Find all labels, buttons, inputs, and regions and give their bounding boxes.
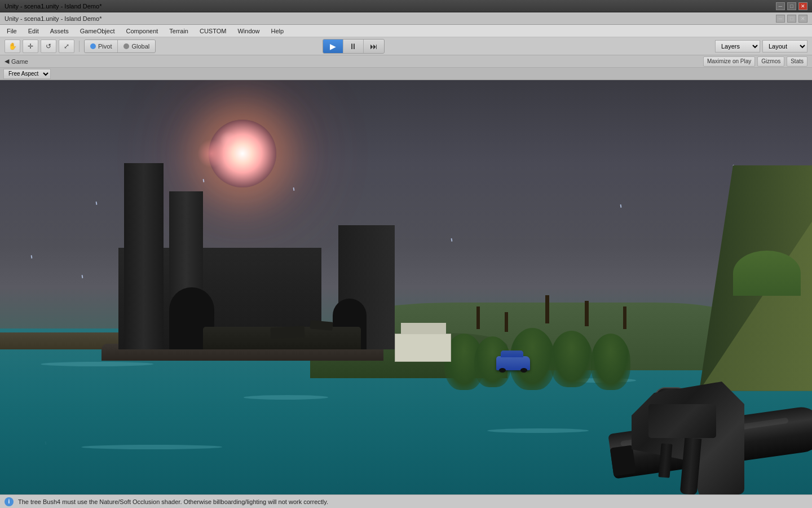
blue-car (496, 356, 530, 370)
hand-tool-button[interactable]: ✋ (5, 40, 20, 53)
stats-button[interactable]: Stats (787, 56, 807, 67)
unity-tab-label: Unity - scena1.unity - Island Demo* (5, 15, 102, 22)
ruin-debris-1 (271, 326, 305, 339)
maximize-button[interactable]: □ (787, 2, 796, 10)
status-bar: i The tree Bush4 must use the Nature/Sof… (0, 494, 812, 508)
ruin-tower-main (124, 163, 164, 349)
layout-dropdown[interactable]: Layout (762, 40, 807, 52)
menu-file[interactable]: File (5, 27, 19, 36)
toolbar-separator-1 (79, 41, 80, 52)
menu-assets[interactable]: Assets (48, 27, 71, 36)
layers-dropdown[interactable]: Layers (715, 40, 760, 52)
layers-dropdown-group: Layers Layout (715, 40, 807, 52)
gun-magazine (658, 443, 672, 478)
cliff-top-vegetation (733, 251, 801, 296)
menu-gameobject[interactable]: GameObject (78, 27, 117, 36)
title-bar-controls: ─ □ ✕ (776, 2, 807, 10)
menu-terrain[interactable]: Terrain (167, 27, 191, 36)
menu-custom[interactable]: CUSTOM (197, 27, 228, 36)
minimize-button[interactable]: ─ (776, 2, 785, 10)
aspect-bar: Free Aspect (0, 68, 812, 80)
ruins-structure (73, 124, 412, 349)
global-button[interactable]: Global (118, 40, 155, 52)
car-wheel-left (499, 368, 506, 373)
step-button[interactable]: ⏭ (364, 40, 384, 53)
play-controls: ▶ ⏸ ⏭ (323, 39, 385, 54)
pivot-global-group: Pivot Global (84, 40, 156, 53)
car-roof (501, 351, 523, 357)
menu-help[interactable]: Help (269, 27, 286, 36)
unity-tab-bar: Unity - scena1.unity - Island Demo* ─ □ … (0, 12, 812, 25)
unity-tab-controls: ─ □ ✕ (776, 15, 807, 23)
tab-close-button[interactable]: ✕ (798, 15, 807, 23)
close-button[interactable]: ✕ (798, 2, 807, 10)
barrel-attachment (610, 445, 637, 476)
title-bar-text: Unity - scena1.unity - Island Demo* (5, 3, 102, 10)
gun-stock (648, 404, 716, 438)
tab-minimize-button[interactable]: ─ (776, 15, 785, 23)
game-viewport-area: i The tree Bush4 must use the Nature/Sof… (0, 80, 812, 508)
gun-weapon (530, 314, 812, 494)
water-ripple (242, 395, 330, 400)
scale-tool-button[interactable]: ⤢ (59, 40, 74, 53)
gizmos-button[interactable]: Gizmos (757, 56, 784, 67)
menu-component[interactable]: Component (123, 27, 160, 36)
rotate-tool-button[interactable]: ↺ (41, 40, 56, 53)
menu-edit[interactable]: Edit (26, 27, 41, 36)
car-wheel-right (520, 368, 527, 373)
aspect-dropdown[interactable]: Free Aspect (3, 69, 51, 79)
water-ripple (39, 362, 155, 366)
toolbar: ✋ ✛ ↺ ⤢ Pivot Global ▶ ⏸ ⏭ Layers (0, 37, 812, 55)
game-panel-header: ◀ Game Maximize on Play Gizmos Stats (0, 55, 812, 68)
status-message: The tree Bush4 must use the Nature/Soft … (18, 498, 328, 505)
game-viewport[interactable] (0, 80, 812, 494)
game-tab-label: Game (11, 58, 28, 65)
pivot-button[interactable]: Pivot (85, 40, 118, 52)
game-panel-right-controls: Maximize on Play Gizmos Stats (703, 56, 807, 67)
move-tool-button[interactable]: ✛ (23, 40, 38, 53)
game-tab-arrow: ◀ (5, 58, 9, 65)
water-ripple (80, 445, 224, 449)
tab-restore-button[interactable]: □ (787, 15, 796, 23)
maximize-on-play-button[interactable]: Maximize on Play (703, 56, 755, 67)
game-tab[interactable]: ◀ Game (5, 58, 28, 65)
status-icon: i (5, 497, 14, 506)
menu-bar: File Edit Assets GameObject Component Te… (0, 25, 812, 37)
os-title-bar: Unity - scena1.unity - Island Demo* ─ □ … (0, 0, 812, 12)
menu-window[interactable]: Window (235, 27, 262, 36)
play-button[interactable]: ▶ (323, 40, 343, 53)
pause-button[interactable]: ⏸ (343, 40, 364, 53)
